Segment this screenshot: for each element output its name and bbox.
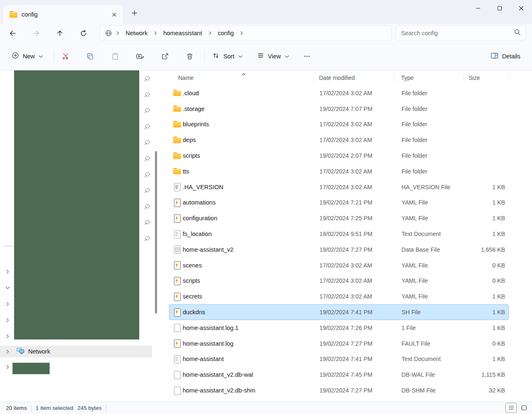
file-name: scripts: [183, 152, 314, 159]
scrollbar-thumb[interactable]: [155, 151, 157, 313]
pin-icon: [144, 92, 151, 99]
file-row[interactable]: home-assistant.log.1 19/02/2024 7:26 PM …: [169, 320, 509, 336]
file-type-icon: [173, 230, 181, 238]
details-view-toggle[interactable]: [505, 403, 517, 413]
view-button[interactable]: View: [252, 48, 294, 64]
breadcrumb-item-config[interactable]: config: [215, 28, 237, 38]
file-name: blueprints: [183, 121, 314, 128]
breadcrumb[interactable]: Network homeassistant config: [99, 25, 392, 41]
tree-section-divider: [3, 246, 13, 246]
sidebar-item-network[interactable]: Network: [0, 346, 152, 357]
tab-config[interactable]: config: [3, 5, 123, 24]
column-header-size[interactable]: Size: [464, 70, 509, 85]
file-row[interactable]: home-assistant 19/02/2024 7:41 PM Text D…: [169, 351, 509, 367]
file-size: 1 KB: [464, 356, 509, 362]
file-type: Text Document: [395, 231, 464, 237]
column-header-type[interactable]: Type: [394, 70, 464, 85]
new-tab-button[interactable]: [128, 6, 141, 19]
search-icon[interactable]: [514, 29, 521, 37]
file-name: home-assistant: [183, 356, 314, 362]
delete-button[interactable]: [181, 48, 198, 64]
back-button[interactable]: [5, 26, 20, 41]
paste-button[interactable]: [106, 48, 124, 64]
sort-button[interactable]: Sort: [207, 48, 248, 64]
breadcrumb-item-homeassistant[interactable]: homeassistant: [160, 28, 206, 38]
tree-expand-chevron-icon[interactable]: [4, 363, 11, 370]
network-globe-icon: [104, 29, 113, 37]
sidebar-scrollbar[interactable]: [153, 70, 159, 402]
file-row[interactable]: blueprints 17/02/2024 3:02 AM File folde…: [169, 117, 509, 132]
file-row[interactable]: configuration 19/02/2024 7:25 PM YAML Fi…: [169, 210, 509, 226]
selection-count: 1 item selected: [36, 405, 73, 411]
copy-button[interactable]: [82, 48, 99, 64]
tab-close-icon[interactable]: [109, 9, 119, 20]
refresh-button[interactable]: [76, 26, 91, 41]
file-row[interactable]: home-assistant_v2.db-shm 19/02/2024 7:27…: [169, 383, 509, 398]
cut-button[interactable]: [57, 48, 74, 64]
file-row[interactable]: scripts 17/02/2024 3:02 AM YAML File 0 K…: [169, 273, 509, 289]
file-type-icon: [173, 292, 181, 301]
file-row[interactable]: .storage 19/02/2024 7:07 PM File folder: [169, 101, 509, 117]
file-row[interactable]: secrets 17/02/2024 3:02 AM YAML File 1 K…: [169, 289, 509, 304]
file-row[interactable]: fs_location 18/02/2024 9:51 PM Text Docu…: [169, 226, 509, 242]
tree-collapse-chevron-icon[interactable]: [4, 284, 11, 291]
file-row[interactable]: scripts 19/02/2024 2:07 PM File folder: [169, 148, 509, 164]
file-type: 1 File: [395, 325, 464, 331]
file-date-modified: 17/02/2024 3:02 AM: [314, 277, 395, 284]
trash-icon: [186, 53, 193, 60]
file-type: FAULT File: [395, 340, 464, 347]
file-row[interactable]: home-assistant_v2 19/02/2024 7:27 PM Dat…: [169, 242, 509, 258]
file-type: Text Document: [395, 356, 464, 362]
file-date-modified: 19/02/2024 7:27 PM: [314, 246, 395, 253]
file-type: YAML File: [395, 277, 464, 284]
new-plus-icon: [12, 52, 19, 60]
minimize-button[interactable]: [467, 0, 489, 17]
chevron-down-icon: [285, 53, 289, 60]
thumbnail-view-icon: [521, 404, 527, 411]
file-date-modified: 18/02/2024 9:51 PM: [314, 231, 395, 237]
tree-expand-chevron-icon[interactable]: [4, 301, 11, 307]
file-row[interactable]: deps 17/02/2024 3:02 AM File folder: [169, 132, 509, 148]
file-size: 1 KB: [464, 231, 509, 237]
forward-button[interactable]: [29, 26, 44, 41]
file-row[interactable]: duckdns 19/02/2024 7:41 PM SH File 1 KB: [169, 304, 509, 320]
file-type-icon: [173, 136, 181, 144]
share-icon: [161, 53, 169, 60]
navigation-pane: Network: [0, 70, 152, 402]
new-button-label: New: [23, 53, 35, 60]
thumbnail-view-toggle[interactable]: [518, 403, 530, 413]
column-header-name[interactable]: Name: [169, 70, 314, 85]
file-name: scripts: [183, 277, 314, 284]
file-name: .HA_VERSION: [183, 184, 314, 190]
file-size: 1 KB: [464, 199, 509, 206]
file-row[interactable]: automations 19/02/2024 7:21 PM YAML File…: [169, 195, 509, 211]
view-lines-icon: [257, 52, 264, 60]
file-name: fs_location: [183, 231, 314, 237]
file-row[interactable]: tts 17/02/2024 3:02 AM File folder: [169, 164, 509, 179]
redacted-region: [14, 70, 139, 339]
statusbar-divider: [31, 405, 31, 412]
new-button[interactable]: New: [7, 48, 48, 64]
tree-expand-chevron-icon[interactable]: [4, 268, 11, 275]
file-row[interactable]: scenes 17/02/2024 3:02 AM YAML File 0 KB: [169, 258, 509, 273]
details-pane-button[interactable]: Details: [486, 48, 525, 64]
pin-icon: [144, 140, 151, 146]
close-button[interactable]: [510, 0, 532, 17]
rename-button[interactable]: [131, 48, 149, 64]
maximize-button[interactable]: [489, 0, 510, 17]
file-row[interactable]: .HA_VERSION 17/02/2024 3:02 AM HA_VERSIO…: [169, 179, 509, 195]
up-button[interactable]: [52, 26, 67, 41]
tree-expand-chevron-icon[interactable]: [4, 333, 11, 339]
file-row[interactable]: home-assistant.log 19/02/2024 7:27 PM FA…: [169, 336, 509, 351]
file-row[interactable]: .cloud 17/02/2024 3:02 AM File folder: [169, 85, 509, 101]
tree-expand-chevron-icon[interactable]: [4, 348, 11, 355]
file-type: DB-SHM File: [395, 387, 464, 394]
share-button[interactable]: [156, 48, 174, 64]
tree-expand-chevron-icon[interactable]: [4, 317, 11, 323]
file-row[interactable]: home-assistant_v2.db-wal 19/02/2024 7:45…: [169, 367, 509, 383]
search-input[interactable]: [401, 30, 510, 36]
file-date-modified: 19/02/2024 7:27 PM: [314, 387, 395, 394]
more-options-button[interactable]: [298, 48, 316, 64]
column-header-date-modified[interactable]: Date modified: [314, 70, 394, 85]
breadcrumb-item-network[interactable]: Network: [122, 28, 151, 38]
